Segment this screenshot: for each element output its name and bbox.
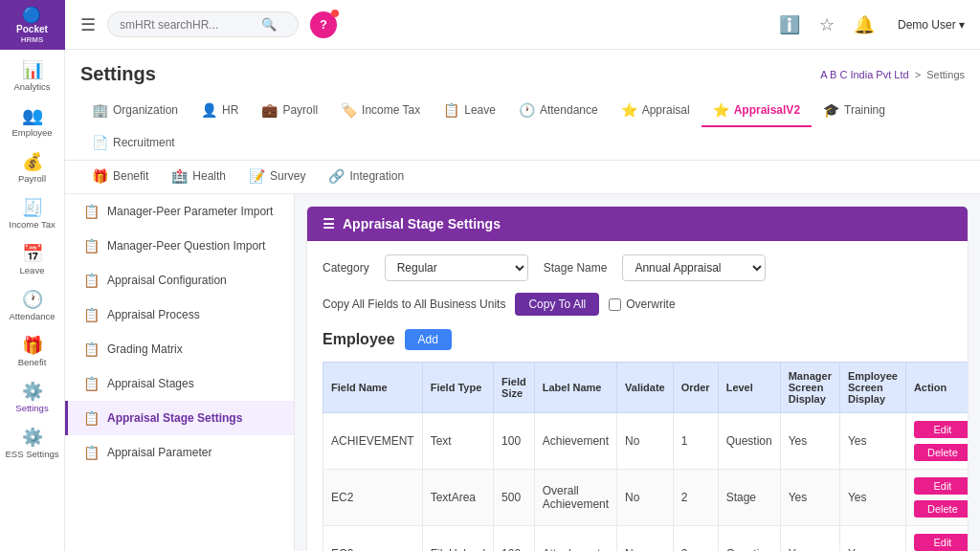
sidebar-item-benefit[interactable]: 🎁 Benefit — [0, 329, 64, 375]
appraisal-tab-icon: ⭐ — [621, 102, 637, 118]
user-menu[interactable]: Demo User ▾ — [898, 18, 965, 32]
info-icon[interactable]: ℹ️ — [779, 14, 800, 35]
cell-field-size-1: 500 — [494, 470, 535, 526]
category-label: Category — [323, 261, 369, 275]
nav-icon-appraisal-parameter: 📋 — [83, 445, 100, 460]
tab-leave[interactable]: 📋 Leave — [432, 95, 507, 127]
edit-button-0[interactable]: Edit — [914, 421, 969, 438]
leave-tab-icon: 📋 — [443, 102, 459, 118]
tab-organization[interactable]: 🏢 Organization — [80, 95, 189, 127]
stage-name-select[interactable]: Annual Appraisal Mid Year — [622, 254, 766, 281]
nav-icon-appraisal-stages: 📋 — [83, 376, 100, 391]
tab-appraisalv2[interactable]: ⭐ AppraisalV2 — [702, 95, 812, 127]
nav-manager-peer-question[interactable]: 📋 Manager-Peer Question Import — [65, 229, 294, 263]
tab-recruitment[interactable]: 📄 Recruitment — [80, 127, 187, 160]
search-input[interactable] — [120, 18, 254, 32]
tab-health[interactable]: 🏥 Health — [160, 161, 237, 193]
search-icon[interactable]: 🔍 — [261, 17, 277, 32]
cell-manager-1: Yes — [780, 470, 839, 526]
sidebar-item-attendance[interactable]: 🕐 Attendance — [0, 283, 64, 329]
tabs-row-1: 🏢 Organization 👤 HR 💼 Payroll 🏷️ Income … — [65, 95, 980, 161]
page-header: Settings A B C India Pvt Ltd > Settings — [65, 50, 980, 95]
bell-icon[interactable]: 🔔 — [854, 14, 875, 35]
overwrite-checkbox[interactable] — [609, 298, 621, 311]
col-employee-screen: Employee Screen Display — [839, 363, 905, 413]
cell-order-2: 3 — [673, 526, 718, 552]
cell-field-type-1: TextArea — [422, 470, 493, 526]
cell-validate-2: No — [617, 526, 674, 552]
appraisalv2-tab-icon: ⭐ — [713, 102, 729, 118]
sidebar-item-payroll[interactable]: 💰 Payroll — [0, 145, 64, 191]
col-label-name: Label Name — [534, 363, 616, 413]
overwrite-check[interactable]: Overwrite — [609, 298, 675, 311]
nav-appraisal-process[interactable]: 📋 Appraisal Process — [65, 298, 294, 332]
cell-employee-0: Yes — [839, 413, 905, 470]
appraisal-stage-table: Field Name Field Type Field Size Label N… — [323, 362, 969, 551]
edit-button-2[interactable]: Edit — [914, 534, 969, 551]
hamburger-icon[interactable]: ☰ — [80, 14, 96, 35]
copy-to-all-button[interactable]: Copy To All — [515, 293, 599, 316]
payroll-tab-icon: 💼 — [261, 102, 278, 118]
sidebar: 🔵 Pocket HRMS 📊 Analytics 👥 Employee 💰 P… — [0, 0, 65, 551]
nav-manager-peer-param[interactable]: 📋 Manager-Peer Parameter Import — [65, 194, 294, 229]
delete-button-0[interactable]: Delete — [914, 444, 969, 461]
nav-appraisal-parameter[interactable]: 📋 Appraisal Parameter — [65, 435, 294, 470]
col-level: Level — [718, 363, 780, 413]
nav-icon-appraisal-config: 📋 — [83, 273, 100, 288]
cell-validate-0: No — [617, 413, 674, 470]
help-icon: ? — [320, 17, 327, 32]
sidebar-item-analytics[interactable]: 📊 Analytics — [0, 54, 64, 99]
tab-hr[interactable]: 👤 HR — [189, 95, 250, 127]
copy-all-label: Copy All Fields to All Business Units — [323, 298, 505, 311]
search-box[interactable]: 🔍 — [107, 11, 299, 37]
col-order: Order — [673, 363, 718, 413]
attendance-icon: 🕐 — [22, 291, 43, 308]
cell-action-1: Edit Delete View — [905, 470, 969, 526]
appraisal-stage-settings-card: ☰ Appraisal Stage Settings Category Regu… — [306, 206, 969, 551]
sidebar-item-settings[interactable]: ⚙️ Settings — [0, 375, 64, 421]
ess-settings-icon: ⚙️ — [22, 429, 43, 446]
breadcrumb-company[interactable]: A B C India Pvt Ltd — [820, 69, 908, 80]
category-select[interactable]: Regular Special — [385, 254, 528, 281]
star-icon[interactable]: ☆ — [819, 14, 835, 35]
cell-employee-2: Yes — [839, 526, 905, 552]
nav-appraisal-config[interactable]: 📋 Appraisal Configuration — [65, 263, 294, 298]
income-tax-tab-icon: 🏷️ — [341, 102, 357, 118]
hr-tab-icon: 👤 — [201, 102, 217, 118]
edit-button-1[interactable]: Edit — [914, 477, 969, 495]
payroll-icon: 💰 — [22, 153, 43, 170]
help-button[interactable]: ? — [310, 11, 337, 38]
cell-field-type-0: Text — [422, 413, 493, 470]
tab-appraisal[interactable]: ⭐ Appraisal — [610, 95, 702, 127]
action-cell-0: Edit Delete View — [914, 421, 969, 461]
nav-grading-matrix[interactable]: 📋 Grading Matrix — [65, 332, 294, 366]
cell-order-0: 1 — [673, 413, 718, 470]
tab-attendance[interactable]: 🕐 Attendance — [507, 95, 610, 127]
category-stage-row: Category Regular Special Stage Name Annu… — [323, 254, 952, 281]
nav-appraisal-stage-settings[interactable]: 📋 Appraisal Stage Settings — [65, 401, 294, 435]
tab-income-tax[interactable]: 🏷️ Income Tax — [329, 95, 432, 127]
recruitment-tab-icon: 📄 — [92, 135, 108, 150]
employee-section-header: Employee Add — [323, 329, 952, 350]
add-employee-button[interactable]: Add — [405, 329, 452, 350]
notification-dot — [331, 10, 339, 17]
tab-payroll[interactable]: 💼 Payroll — [250, 95, 329, 127]
sidebar-item-employee[interactable]: 👥 Employee — [0, 99, 64, 145]
tab-training[interactable]: 🎓 Training — [812, 95, 897, 127]
sidebar-item-ess-settings[interactable]: ⚙️ ESS Settings — [0, 421, 64, 467]
tab-survey[interactable]: 📝 Survey — [237, 161, 317, 193]
sidebar-item-income-tax[interactable]: 🧾 Income Tax — [0, 191, 64, 237]
nav-icon-manager-peer-question: 📋 — [83, 238, 100, 253]
tab-integration[interactable]: 🔗 Integration — [317, 161, 415, 193]
tab-benefit[interactable]: 🎁 Benefit — [80, 161, 160, 193]
col-manager-screen: Manager Screen Display — [780, 363, 839, 413]
col-field-size: Field Size — [494, 363, 535, 413]
sidebar-item-leave[interactable]: 📅 Leave — [0, 237, 64, 283]
nav-appraisal-stages[interactable]: 📋 Appraisal Stages — [65, 366, 294, 401]
action-cell-1: Edit Delete View — [914, 477, 969, 518]
col-action: Action — [905, 363, 969, 413]
page-title: Settings — [80, 63, 156, 85]
table-row: ACHIEVEMENT Text 100 Achievement No 1 Qu… — [323, 413, 969, 470]
delete-button-1[interactable]: Delete — [914, 500, 969, 518]
cell-order-1: 2 — [673, 470, 718, 526]
